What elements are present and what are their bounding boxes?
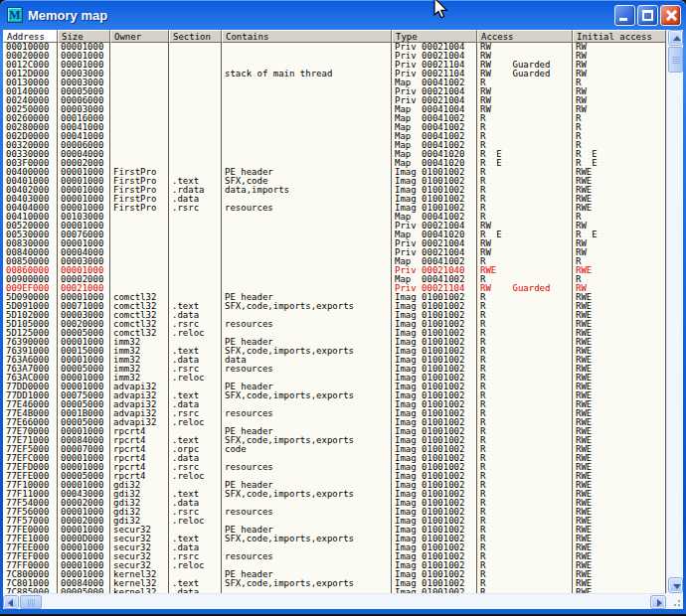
table-row[interactable]: 77EF500000007000rpcrt4.orpccodeImag 0100… <box>3 445 666 454</box>
table-row[interactable]: 009EF00000021000Priv 00021104RW GuardedR… <box>3 284 666 293</box>
table-row[interactable]: 77F1000000001000gdi32PE headerImag 01001… <box>3 481 666 490</box>
cell-initial-access: RWE <box>573 579 666 588</box>
table-row[interactable]: 77F5700000002000gdi32.relocImag 01001002… <box>3 517 666 526</box>
column-header-type[interactable]: Type <box>392 30 477 43</box>
table-row[interactable]: 0084000000004000Priv 00021004RWRW <box>3 248 666 257</box>
table-row[interactable]: 7C80100000084000kernel32.textSFX,code,im… <box>3 579 666 588</box>
table-row[interactable]: 77FF000000001000secur32.relocImag 010010… <box>3 561 666 570</box>
vertical-scrollbar[interactable] <box>666 30 683 593</box>
memory-rows[interactable]: 0001000000001000Priv 00021004RWRW0002000… <box>3 43 666 593</box>
table-row[interactable]: 0024000000006000Priv 00021004RWRW <box>3 96 666 105</box>
table-row[interactable]: 0001000000001000Priv 00021004RWRW <box>3 43 666 52</box>
table-row[interactable]: 0040400000001000FirstPro.rsrcresourcesIm… <box>3 204 666 213</box>
table-row[interactable]: 5D10500000020000comctl32.rsrcresourcesIm… <box>3 320 666 329</box>
table-row[interactable]: 763A700000005000imm32.rsrcresourcesImag … <box>3 365 666 374</box>
table-row[interactable]: 0041000000103000Map 00041002RR <box>3 213 666 222</box>
resize-grip[interactable] <box>666 593 683 609</box>
minimize-button[interactable] <box>614 5 635 26</box>
table-row[interactable]: 77DD100000075000advapi32.textSFX,code,im… <box>3 391 666 400</box>
table-row[interactable]: 0090000000002000Map 00041002RR <box>3 275 666 284</box>
table-row[interactable]: 7639100000015000imm32.textSFX,code,impor… <box>3 347 666 356</box>
cell-contains: PE header <box>222 570 392 579</box>
cell-address: 00401000 <box>3 177 58 186</box>
title-bar[interactable]: M Memory map <box>0 0 686 30</box>
cell-initial-access: R E <box>573 231 666 239</box>
table-row[interactable]: 77E7100000084000rpcrt4.textSFX,code,impo… <box>3 436 666 445</box>
table-row[interactable]: 0083000000001000Priv 00021004RWRW <box>3 239 666 248</box>
column-header-initial-access[interactable]: Initial access <box>573 30 666 43</box>
cell-initial-access: RW <box>573 248 666 257</box>
table-row[interactable]: 763AC00000001000imm32.relocImag 01001002… <box>3 374 666 383</box>
table-row[interactable]: 77EFD00000001000rpcrt4.rsrcresourcesImag… <box>3 463 666 472</box>
column-header-contains[interactable]: Contains <box>222 30 392 43</box>
table-row[interactable]: 77F1100000043000gdi32.textSFX,code,impor… <box>3 490 666 499</box>
table-row[interactable]: 0013000000003000Map 00041002RR <box>3 78 666 87</box>
column-header-access[interactable]: Access <box>477 30 573 43</box>
table-row[interactable]: 0052000000001000Priv 00021004RWRW <box>3 222 666 231</box>
cell-access: R <box>477 132 573 141</box>
column-header-size[interactable]: Size <box>58 30 110 43</box>
table-row[interactable]: 0040300000001000FirstPro.dataImag 010010… <box>3 195 666 204</box>
cell-initial-access: RWE <box>573 168 666 177</box>
table-row[interactable]: 0033000000004000Map 00041020R ER E <box>3 150 666 159</box>
table-row[interactable]: 763A600000001000imm32.datadataImag 01001… <box>3 356 666 365</box>
table-row[interactable]: 002D000000041000Map 00041002RR <box>3 132 666 141</box>
column-header-owner[interactable]: Owner <box>110 30 169 43</box>
cell-size: 00005000 <box>58 418 110 427</box>
table-row[interactable]: 0040200000001000FirstPro.rdatadata,impor… <box>3 186 666 195</box>
cell-section <box>169 338 222 347</box>
cell-section: .reloc <box>169 472 222 481</box>
cell-section <box>169 383 222 391</box>
scroll-left-button[interactable] <box>3 595 19 609</box>
table-row[interactable]: 0025000000003000Map 00041004RWRW <box>3 105 666 114</box>
table-row[interactable]: 77FEF00000001000secur32.rsrcresourcesIma… <box>3 552 666 561</box>
cell-initial-access: RWE <box>573 409 666 418</box>
table-row[interactable]: 0040100000001000FirstPro.textSFX,codeIma… <box>3 177 666 186</box>
table-row[interactable]: 5D09100000071000comctl32.textSFX,code,im… <box>3 302 666 311</box>
table-row[interactable]: 77FE000000001000secur32PE headerImag 010… <box>3 526 666 535</box>
table-row[interactable]: 5D09000000001000comctl32PE headerImag 01… <box>3 293 666 302</box>
column-header-address[interactable]: Address <box>3 30 58 43</box>
horizontal-scroll-thumb[interactable] <box>20 595 42 609</box>
table-row[interactable]: 5D10200000003000comctl32.dataImag 010010… <box>3 311 666 320</box>
table-row[interactable]: 77F5400000002000gdi32.dataImag 01001002R… <box>3 499 666 508</box>
table-row[interactable]: 77E4B0000001B000advapi32.rsrcresourcesIm… <box>3 409 666 418</box>
scroll-up-button[interactable] <box>668 30 683 46</box>
table-row[interactable]: 77E4600000005000advapi32.dataImag 010010… <box>3 400 666 409</box>
table-row[interactable]: 77FEE00000001000secur32.dataImag 0100100… <box>3 543 666 552</box>
scroll-down-button[interactable] <box>668 577 683 593</box>
table-row[interactable]: 003F000000002000Map 00041020R ER E <box>3 159 666 168</box>
table-row[interactable]: 5D12500000005000comctl32.relocImag 01001… <box>3 329 666 338</box>
table-row[interactable]: 77DD000000001000advapi32PE headerImag 01… <box>3 383 666 391</box>
table-row[interactable]: 0053000000076000Map 00041020R ER E <box>3 231 666 239</box>
table-row[interactable]: 0026000000016000Map 00041002RR <box>3 114 666 123</box>
vertical-scroll-thumb[interactable] <box>668 47 683 73</box>
table-row[interactable]: 0086000000001000Priv 00021040RWERWE <box>3 266 666 275</box>
table-row[interactable]: 77E7000000001000rpcrt4PE headerImag 0100… <box>3 427 666 436</box>
table-row[interactable]: 77FE10000000D000secur32.textSFX,code,imp… <box>3 535 666 543</box>
table-row[interactable]: 77EFC00000001000rpcrt4.dataImag 01001002… <box>3 454 666 463</box>
close-button[interactable] <box>660 5 681 26</box>
table-row[interactable]: 0032000000006000Map 00041002RR <box>3 141 666 150</box>
table-row[interactable]: 77EFE00000005000rpcrt4.relocImag 0100100… <box>3 472 666 481</box>
table-row[interactable]: 0002000000001000Priv 00021004RWRW <box>3 52 666 61</box>
table-row[interactable]: 7639000000001000imm32PE headerImag 01001… <box>3 338 666 347</box>
table-row[interactable]: 77F5600000001000gdi32.rsrcresourcesImag … <box>3 508 666 517</box>
cell-access: R <box>477 552 573 561</box>
table-row[interactable]: 7C80000000001000kernel32PE headerImag 01… <box>3 570 666 579</box>
cell-section: .rsrc <box>169 463 222 472</box>
memory-map-icon: M <box>7 7 23 23</box>
scroll-right-button[interactable] <box>650 595 666 609</box>
table-row[interactable]: 0028000000041000Map 00041002RR <box>3 123 666 132</box>
table-row[interactable]: 0012C00000001000Priv 00021104RW GuardedR… <box>3 61 666 70</box>
horizontal-scrollbar[interactable] <box>3 593 666 609</box>
maximize-button[interactable] <box>637 5 658 26</box>
table-row[interactable]: 0012D00000003000stack of main threadPriv… <box>3 70 666 78</box>
table-row[interactable]: 77E6600000005000advapi32.relocImag 01001… <box>3 418 666 427</box>
table-row[interactable]: 0014000000005000Priv 00021004RWRW <box>3 87 666 96</box>
table-row[interactable]: 0085000000003000Map 00041002RR <box>3 257 666 266</box>
table-row[interactable]: 0040000000001000FirstProPE headerImag 01… <box>3 168 666 177</box>
column-header-section[interactable]: Section <box>169 30 222 43</box>
cell-size: 00007000 <box>58 445 110 454</box>
cell-section: .data <box>169 499 222 508</box>
